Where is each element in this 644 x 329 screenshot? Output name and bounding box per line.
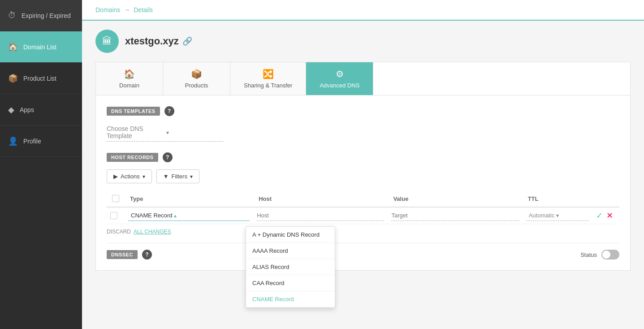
filters-button[interactable]: ▼ Filters — [156, 169, 199, 183]
sidebar-item-apps[interactable]: ◆ Apps — [0, 94, 82, 126]
breadcrumb-arrow: → — [124, 6, 130, 13]
tab-sharing-transfer[interactable]: 🔀 Sharing & Transfer — [230, 62, 306, 95]
ttl-value: Automatic — [529, 212, 555, 219]
domain-list-icon: 🏠 — [8, 42, 18, 52]
tab-products-icon: 📦 — [191, 69, 202, 79]
dns-templates-help-icon[interactable]: ? — [164, 106, 174, 116]
dnssec-status-label: Status — [580, 251, 597, 258]
dropdown-item-a-dynamic[interactable]: A + Dynamic DNS Record — [246, 227, 335, 243]
record-action-icons: ✓ ✕ — [596, 211, 616, 221]
dropdown-item-cname[interactable]: CNAME Record — [246, 291, 335, 307]
sidebar-item-domain-list-label: Domain List — [23, 43, 56, 51]
tab-advanced-dns-label: Advanced DNS — [320, 82, 359, 89]
table-header: Type Host Value TTL — [107, 190, 619, 207]
sidebar-item-expiring[interactable]: ⏱ Expiring / Expired — [0, 0, 82, 31]
dns-templates-section-header: DNS TEMPLATES ? — [107, 106, 619, 116]
dns-template-select[interactable]: Choose DNS Template — [107, 123, 223, 142]
record-type-chevron-icon — [174, 212, 177, 219]
records-table: Type Host Value TTL — [107, 190, 619, 224]
dns-template-placeholder: Choose DNS Template — [107, 125, 164, 139]
dnssec-section: DNSSEC ? Status — [107, 243, 619, 260]
dropdown-item-alias[interactable]: ALIAS Record — [246, 259, 335, 275]
filters-chevron-icon — [190, 173, 193, 180]
tab-advanced-dns-icon: ⚙ — [336, 69, 344, 79]
tab-products[interactable]: 📦 Products — [163, 62, 230, 95]
profile-icon: 👤 — [8, 136, 18, 146]
domain-avatar: 🏛 — [95, 30, 119, 53]
discard-prefix: DISCARD — [107, 229, 131, 235]
new-record-row: CNAME Record — [107, 207, 619, 224]
actions-chevron-icon — [143, 173, 145, 180]
sidebar-item-profile[interactable]: 👤 Profile — [0, 126, 82, 157]
domain-avatar-icon: 🏛 — [102, 35, 112, 47]
dns-templates-row: Choose DNS Template — [107, 123, 619, 142]
breadcrumb-details: Details — [134, 6, 153, 13]
page-content: 🏛 xtestgo.xyz 🔗 🏠 Domain 📦 Products 🔀 — [82, 21, 644, 329]
tab-sharing-label: Sharing & Transfer — [244, 82, 292, 89]
tab-products-label: Products — [185, 82, 208, 89]
value-input[interactable] — [391, 210, 519, 221]
sidebar-item-product-list[interactable]: 📦 Product List — [0, 63, 82, 94]
domain-name: xtestgo.xyz 🔗 — [125, 35, 192, 47]
filters-label: Filters — [172, 173, 187, 180]
tab-content-advanced-dns: DNS TEMPLATES ? Choose DNS Template HOST… — [95, 95, 631, 271]
host-records-label: HOST RECORDS — [107, 153, 158, 162]
dns-template-chevron-icon — [166, 129, 223, 136]
dropdown-item-aaaa[interactable]: AAAA Record — [246, 243, 335, 259]
dns-templates-label: DNS TEMPLATES — [107, 107, 160, 116]
record-type-value: CNAME Record — [131, 212, 172, 219]
tab-domain[interactable]: 🏠 Domain — [96, 62, 163, 95]
host-records-help-icon[interactable]: ? — [163, 152, 173, 162]
ttl-chevron-icon — [556, 212, 559, 219]
tab-domain-label: Domain — [119, 82, 139, 89]
actions-row: ▶ Actions ▼ Filters — [107, 169, 619, 183]
record-type-dropdown: A + Dynamic DNS Record AAAA Record ALIAS… — [246, 226, 335, 308]
col-value: Value — [388, 190, 522, 207]
table-body: CNAME Record — [107, 207, 619, 224]
tab-domain-icon: 🏠 — [124, 69, 135, 79]
cancel-icon[interactable]: ✕ — [606, 211, 613, 221]
dnssec-toggle[interactable] — [601, 250, 619, 260]
tab-sharing-icon: 🔀 — [263, 69, 274, 79]
domain-flag-icon: 🔗 — [182, 36, 192, 46]
filters-icon: ▼ — [163, 173, 169, 180]
select-all-checkbox[interactable] — [112, 195, 119, 202]
dnssec-label: DNSSEC — [107, 250, 138, 259]
col-host: Host — [253, 190, 388, 207]
ttl-select[interactable]: Automatic — [526, 210, 589, 221]
actions-label: Actions — [121, 173, 140, 180]
host-records-section-header: HOST RECORDS ? — [107, 152, 619, 162]
host-input[interactable] — [257, 210, 384, 221]
records-table-wrapper: Type Host Value TTL — [107, 190, 619, 239]
new-record-checkbox[interactable] — [110, 212, 117, 219]
sidebar-item-profile-label: Profile — [23, 138, 41, 145]
tab-advanced-dns[interactable]: ⚙ Advanced DNS — [306, 62, 373, 95]
dnssec-help-icon[interactable]: ? — [142, 250, 152, 260]
domain-header: 🏛 xtestgo.xyz 🔗 — [95, 30, 631, 53]
dropdown-item-caa[interactable]: CAA Record — [246, 275, 335, 291]
main-content: Domains → Details 🏛 xtestgo.xyz 🔗 🏠 Doma… — [82, 0, 644, 329]
discard-link[interactable]: ALL CHANGES — [134, 229, 171, 235]
confirm-icon[interactable]: ✓ — [596, 211, 603, 221]
sidebar-item-domain-list[interactable]: 🏠 Domain List — [0, 31, 82, 63]
apps-icon: ◆ — [8, 105, 14, 115]
col-type: Type — [125, 190, 253, 207]
breadcrumb-domains-link[interactable]: Domains — [95, 6, 120, 13]
sidebar-item-expiring-label: Expiring / Expired — [22, 12, 71, 19]
discard-row: DISCARD ALL CHANGES — [107, 224, 619, 239]
sidebar-item-product-list-label: Product List — [23, 75, 56, 82]
product-list-icon: 📦 — [8, 74, 18, 83]
expiring-icon: ⏱ — [8, 11, 16, 20]
actions-button[interactable]: ▶ Actions — [107, 169, 152, 183]
breadcrumb: Domains → Details — [82, 0, 644, 21]
col-ttl: TTL — [523, 190, 592, 207]
tab-bar: 🏠 Domain 📦 Products 🔀 Sharing & Transfer… — [95, 62, 631, 95]
sidebar: ⏱ Expiring / Expired 🏠 Domain List 📦 Pro… — [0, 0, 82, 329]
actions-play-icon: ▶ — [113, 173, 118, 180]
sidebar-item-apps-label: Apps — [20, 106, 34, 113]
record-type-select[interactable]: CNAME Record — [128, 210, 250, 221]
toggle-knob — [602, 251, 610, 259]
